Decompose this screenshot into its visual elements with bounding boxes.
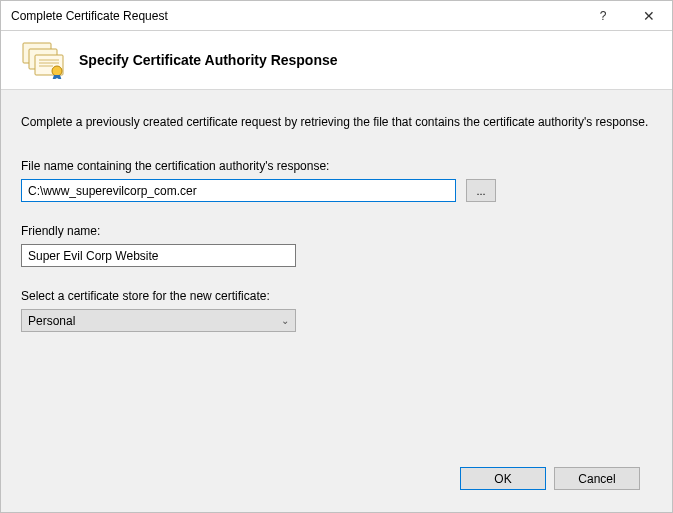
title-bar: Complete Certificate Request ? ✕ <box>1 1 672 31</box>
certificate-store-value: Personal <box>28 314 75 328</box>
dialog-content: Complete a previously created certificat… <box>1 89 672 512</box>
certificate-store-label: Select a certificate store for the new c… <box>21 289 652 303</box>
help-button[interactable]: ? <box>580 1 626 30</box>
file-name-label: File name containing the certification a… <box>21 159 652 173</box>
file-name-input[interactable] <box>21 179 456 202</box>
friendly-name-label: Friendly name: <box>21 224 652 238</box>
window-title: Complete Certificate Request <box>11 9 168 23</box>
cancel-button[interactable]: Cancel <box>554 467 640 490</box>
window-controls: ? ✕ <box>580 1 672 30</box>
ok-button[interactable]: OK <box>460 467 546 490</box>
browse-button[interactable]: ... <box>466 179 496 202</box>
certificate-store-select[interactable]: Personal ⌄ <box>21 309 296 332</box>
friendly-name-input[interactable] <box>21 244 296 267</box>
dialog-footer: OK Cancel <box>21 457 652 502</box>
certificate-icon <box>19 41 69 79</box>
close-button[interactable]: ✕ <box>626 1 672 30</box>
chevron-down-icon: ⌄ <box>281 315 289 326</box>
dialog-header: Specify Certificate Authority Response <box>1 31 672 89</box>
dialog-heading: Specify Certificate Authority Response <box>79 52 338 68</box>
intro-text: Complete a previously created certificat… <box>21 114 652 131</box>
svg-point-6 <box>52 66 62 76</box>
